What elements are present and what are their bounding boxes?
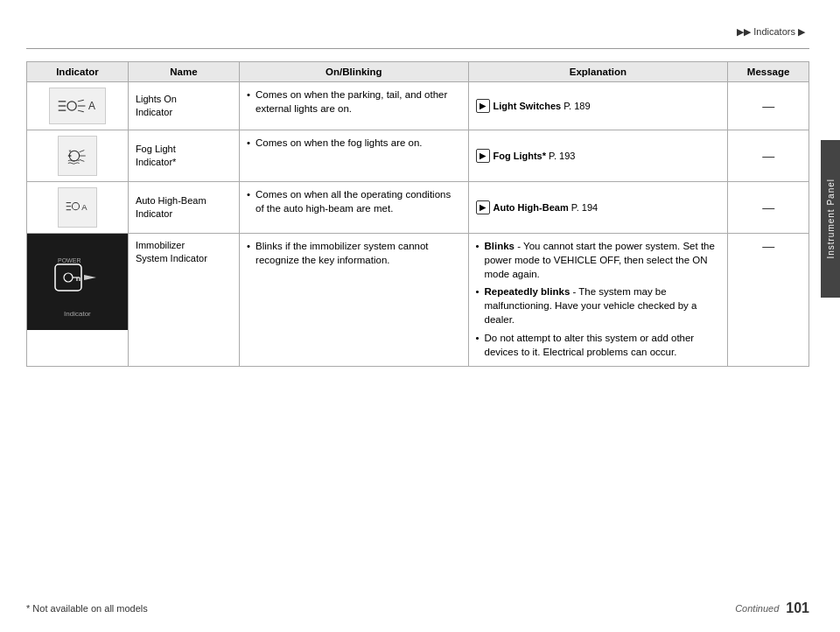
header-breadcrumb: ▶▶ Indicators ▶ <box>737 26 805 38</box>
page-number: 101 <box>786 600 809 616</box>
table-row: * Fo <box>27 130 809 182</box>
lights-on-blinking-item: Comes on when the parking, tail, and oth… <box>247 88 460 116</box>
svg-line-6 <box>78 110 84 112</box>
col-message: Message <box>728 62 809 82</box>
main-content: Indicator Name On/Blinking Explanation M… <box>26 61 809 588</box>
immobilizer-name: Immobilizer System Indicator <box>136 239 232 266</box>
lights-on-ref: ▶ Light Switches P. 189 <box>476 99 721 113</box>
lights-on-blinking-cell: Comes on when the parking, tail, and oth… <box>240 82 468 130</box>
immobilizer-caption-label: Indicator <box>64 310 91 318</box>
fog-light-name: Fog Light Indicator* <box>136 143 232 170</box>
continued-text: Continued <box>735 603 779 614</box>
lights-on-name: Lights On Indicator <box>136 93 232 120</box>
svg-line-11 <box>80 151 85 152</box>
immobilizer-explanation-list: Blinks - You cannot start the power syst… <box>476 239 721 359</box>
fog-light-blinking-item: Comes on when the fog lights are on. <box>247 136 460 150</box>
fog-light-icon: * <box>58 136 97 176</box>
immobilizer-svg: POWER <box>51 247 103 308</box>
table-row: A Auto High-Beam Indicator Comes on when… <box>27 182 809 234</box>
svg-text:*: * <box>68 148 71 156</box>
auto-beam-icon: A <box>58 187 97 228</box>
auto-beam-name-cell: Auto High-Beam Indicator <box>128 182 239 234</box>
lights-on-name-cell: Lights On Indicator <box>128 82 239 130</box>
immobilizer-explanation-blinks: Blinks - You cannot start the power syst… <box>476 239 721 281</box>
top-rule <box>26 48 809 49</box>
lights-on-icon: A <box>49 88 106 124</box>
table-row: POWER Indicator Immobili <box>27 234 809 367</box>
auto-beam-explanation-cell: ▶ Auto High-Beam P. 194 <box>468 182 728 234</box>
footer-area: * Not available on all models Continued … <box>26 600 809 616</box>
svg-point-22 <box>64 273 73 282</box>
fog-light-name-cell: Fog Light Indicator* <box>128 130 239 182</box>
lights-on-message-cell: — <box>728 82 809 130</box>
immobilizer-blinking-cell: Blinks if the immobilizer system cannot … <box>240 234 468 367</box>
immobilizer-explanation-rep: Repeatedly blinks - The system may be ma… <box>476 284 721 327</box>
fog-light-svg: * <box>66 142 89 170</box>
col-on-blinking: On/Blinking <box>240 62 468 82</box>
svg-marker-20 <box>84 275 96 280</box>
page-container: Instrument Panel ▶▶ Indicators ▶ Indicat… <box>0 0 840 632</box>
immobilizer-blinking-list: Blinks if the immobilizer system cannot … <box>247 239 460 267</box>
svg-line-4 <box>78 100 84 102</box>
table-row: A Lights On Indicator Comes on when the … <box>27 82 809 130</box>
immobilizer-explanation-extra: Do not attempt to alter this system or a… <box>476 331 721 359</box>
fog-light-explanation-cell: ▶ Fog Lights* P. 193 <box>468 130 728 182</box>
lights-on-ref-text: Light Switches P. 189 <box>494 101 591 111</box>
fog-light-ref: ▶ Fog Lights* P. 193 <box>476 149 721 163</box>
fog-light-message-cell: — <box>728 130 809 182</box>
col-indicator: Indicator <box>27 62 129 82</box>
auto-beam-blinking-cell: Comes on when all the operating conditio… <box>240 182 468 234</box>
immobilizer-explanation-cell: Blinks - You cannot start the power syst… <box>468 234 728 367</box>
lights-on-svg: A <box>57 94 98 118</box>
auto-beam-blinking-item: Comes on when all the operating conditio… <box>247 187 460 215</box>
svg-point-3 <box>67 102 76 110</box>
fog-light-blinking-list: Comes on when the fog lights are on. <box>247 136 460 150</box>
immobilizer-message-cell: — <box>728 234 809 367</box>
svg-text:A: A <box>81 202 88 212</box>
svg-line-13 <box>80 159 85 161</box>
sidebar-tab: Instrument Panel <box>821 140 840 298</box>
fog-light-indicator-cell: * <box>27 130 129 182</box>
immobilizer-blinking-item: Blinks if the immobilizer system cannot … <box>247 239 460 267</box>
ref-book-icon: ▶ <box>476 99 490 113</box>
footer-right: Continued 101 <box>735 600 809 616</box>
table-header-row: Indicator Name On/Blinking Explanation M… <box>27 62 809 82</box>
immobilizer-indicator-cell: POWER Indicator <box>27 234 129 367</box>
immobilizer-icon-container: POWER Indicator <box>27 234 128 330</box>
ref-book-icon-2: ▶ <box>476 149 490 163</box>
auto-beam-ref: ▶ Auto High-Beam P. 194 <box>476 200 721 214</box>
auto-beam-ref-text: Auto High-Beam P. 194 <box>494 202 598 213</box>
auto-beam-message-cell: — <box>728 182 809 234</box>
ref-book-icon-3: ▶ <box>476 200 490 214</box>
indicators-table: Indicator Name On/Blinking Explanation M… <box>26 61 809 367</box>
auto-beam-svg: A <box>66 193 89 221</box>
svg-text:A: A <box>88 100 95 112</box>
svg-point-17 <box>72 203 79 210</box>
fog-light-blinking-cell: Comes on when the fog lights are on. <box>240 130 468 182</box>
footnote-text: * Not available on all models <box>26 603 148 614</box>
lights-on-indicator-cell: A <box>27 82 129 130</box>
fog-light-ref-text: Fog Lights* P. 193 <box>494 151 576 161</box>
auto-beam-blinking-list: Comes on when all the operating conditio… <box>247 187 460 215</box>
col-explanation: Explanation <box>468 62 728 82</box>
breadcrumb-text: ▶▶ Indicators ▶ <box>737 26 805 38</box>
immobilizer-name-cell: Immobilizer System Indicator <box>128 234 239 367</box>
auto-beam-name: Auto High-Beam Indicator <box>136 194 232 221</box>
col-name: Name <box>128 62 239 82</box>
lights-on-explanation-cell: ▶ Light Switches P. 189 <box>468 82 728 130</box>
svg-text:POWER: POWER <box>58 257 80 263</box>
lights-on-blinking-list: Comes on when the parking, tail, and oth… <box>247 88 460 116</box>
sidebar-label: Instrument Panel <box>826 179 836 259</box>
auto-beam-indicator-cell: A <box>27 182 129 234</box>
